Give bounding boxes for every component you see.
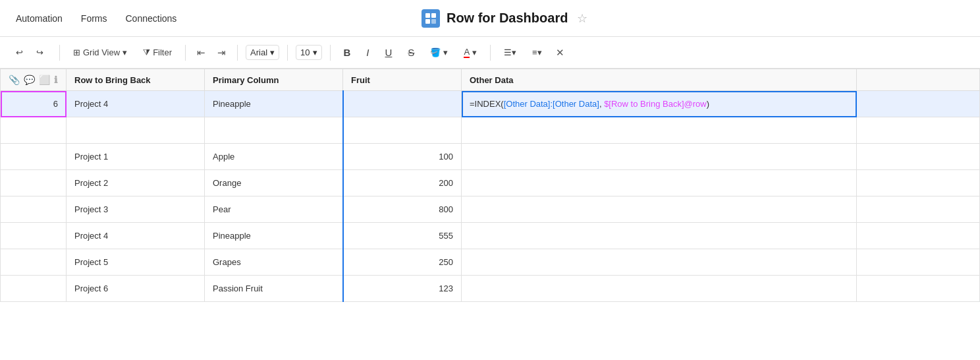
- cell-otherdata-4[interactable]: 200: [343, 170, 462, 196]
- italic-button[interactable]: I: [361, 44, 374, 61]
- table-row: Project 6 Passion Fruit 123: [1, 276, 980, 302]
- cell-fruit-6[interactable]: Pineapple: [205, 223, 343, 249]
- cell-primary-6[interactable]: Project 4: [67, 223, 205, 249]
- nav-forms[interactable]: Forms: [81, 13, 107, 24]
- cell-primary-4[interactable]: Project 2: [67, 170, 205, 196]
- underline-button[interactable]: U: [380, 44, 398, 61]
- wrap-button[interactable]: ≡▾: [527, 45, 547, 60]
- cell-otherdata-7[interactable]: 250: [343, 249, 462, 276]
- formula-suffix: ): [707, 99, 709, 109]
- cell-extra-3: [857, 144, 980, 170]
- cell-otherdata-6[interactable]: 555: [343, 223, 462, 249]
- header-extra: [857, 69, 980, 91]
- info-icon[interactable]: ℹ: [54, 75, 57, 85]
- cell-extra-5: [857, 196, 980, 223]
- undo-redo-group: ↩ ↪: [11, 45, 49, 60]
- cell-fruit-1[interactable]: Pineapple: [205, 91, 343, 117]
- cell-formula-4[interactable]: [462, 170, 857, 196]
- filter-button[interactable]: ⧩ Filter: [138, 45, 177, 61]
- divider-6: [490, 45, 491, 61]
- header-row-to-bring-back[interactable]: Row to Bring Back: [67, 69, 205, 91]
- cell-otherdata-1[interactable]: [343, 91, 462, 117]
- cell-formula-1[interactable]: =INDEX([Other Data]:[Other Data], $[Row …: [462, 91, 857, 117]
- bold-button[interactable]: B: [339, 44, 356, 61]
- nav-connections[interactable]: Connections: [126, 13, 177, 24]
- divider-5: [330, 45, 331, 61]
- svg-rect-0: [425, 13, 430, 18]
- cell-extra-7: [857, 249, 980, 276]
- cell-fruit-8[interactable]: Passion Fruit: [205, 276, 343, 302]
- favorite-star[interactable]: ☆: [577, 11, 587, 26]
- cell-fruit-7[interactable]: Grapes: [205, 249, 343, 276]
- grid-icon: ⊞: [73, 47, 80, 57]
- cell-primary-2[interactable]: [67, 117, 205, 144]
- align-button[interactable]: ☰▾: [499, 45, 522, 60]
- font-size-chevron: ▾: [313, 47, 317, 57]
- font-size-selector[interactable]: 10 ▾: [296, 45, 321, 60]
- cell-fruit-5[interactable]: Pear: [205, 196, 343, 223]
- text-color-chevron: ▾: [472, 47, 477, 57]
- undo-button[interactable]: ↩: [11, 45, 28, 60]
- comment-icon[interactable]: 💬: [24, 75, 35, 85]
- header-primary-column[interactable]: Primary Column: [205, 69, 343, 91]
- grid-view-label: Grid View: [83, 47, 120, 57]
- cell-extra-6: [857, 223, 980, 249]
- cell-primary-1[interactable]: Project 4: [67, 91, 205, 117]
- attach-icon[interactable]: 📎: [9, 75, 20, 85]
- redo-button[interactable]: ↪: [31, 45, 49, 60]
- indent-left-icon[interactable]: ⇤: [194, 44, 209, 61]
- cell-rownum-1[interactable]: 6: [1, 91, 67, 117]
- cell-otherdata-2[interactable]: [343, 117, 462, 144]
- cell-formula-6[interactable]: [462, 223, 857, 249]
- cell-otherdata-8[interactable]: 123: [343, 276, 462, 302]
- page-title: Row for Dashboard: [447, 11, 568, 26]
- cell-primary-8[interactable]: Project 6: [67, 276, 205, 302]
- cell-rownum-5[interactable]: [1, 196, 67, 223]
- cell-formula-7[interactable]: [462, 249, 857, 276]
- strikethrough-button[interactable]: S: [402, 44, 420, 61]
- cell-formula-5[interactable]: [462, 196, 857, 223]
- cell-rownum-8[interactable]: [1, 276, 67, 302]
- cell-extra-8: [857, 276, 980, 302]
- fill-icon: 🪣: [430, 47, 441, 57]
- clear-format-icon[interactable]: ✕: [553, 44, 568, 61]
- fill-chevron: ▾: [443, 47, 448, 57]
- cell-otherdata-3[interactable]: 100: [343, 144, 462, 170]
- nav-automation[interactable]: Automation: [16, 13, 63, 24]
- cell-rownum-7[interactable]: [1, 249, 67, 276]
- cell-primary-3[interactable]: Project 1: [67, 144, 205, 170]
- header-fruit[interactable]: Fruit: [343, 69, 462, 91]
- text-color-button[interactable]: A ▾: [458, 44, 482, 61]
- table-row: Project 4 Pineapple 555: [1, 223, 980, 249]
- grid-view-chevron: ▾: [122, 47, 127, 57]
- grid-container: 📎 💬 ⬜ ℹ Row to Bring Back Primary Column…: [0, 69, 980, 360]
- cell-primary-5[interactable]: Project 3: [67, 196, 205, 223]
- cell-fruit-3[interactable]: Apple: [205, 144, 343, 170]
- spreadsheet-table: 📎 💬 ⬜ ℹ Row to Bring Back Primary Column…: [0, 69, 980, 302]
- cell-otherdata-5[interactable]: 800: [343, 196, 462, 223]
- fill-color-button[interactable]: 🪣 ▾: [425, 45, 453, 60]
- cell-rownum-4[interactable]: [1, 170, 67, 196]
- header-other-data[interactable]: Other Data: [462, 69, 857, 91]
- cell-rownum-3[interactable]: [1, 144, 67, 170]
- cell-rownum-6[interactable]: [1, 223, 67, 249]
- divider-2: [185, 45, 186, 61]
- cell-formula-3[interactable]: [462, 144, 857, 170]
- grid-view-button[interactable]: ⊞ Grid View ▾: [68, 45, 132, 60]
- formula-blue: [Other Data]:[Other Data]: [504, 99, 599, 109]
- divider-1: [59, 45, 60, 61]
- cell-formula-2[interactable]: [462, 117, 857, 144]
- cell-fruit-4[interactable]: Orange: [205, 170, 343, 196]
- svg-rect-1: [431, 13, 436, 18]
- filter-icon: ⧩: [143, 47, 150, 58]
- cell-formula-8[interactable]: [462, 276, 857, 302]
- cell-rownum-2[interactable]: [1, 117, 67, 144]
- indent-right-icon[interactable]: ⇥: [214, 44, 229, 61]
- filter-label: Filter: [153, 47, 172, 57]
- history-icon[interactable]: ⬜: [39, 75, 50, 85]
- font-chevron: ▾: [270, 47, 275, 57]
- cell-fruit-2[interactable]: [205, 117, 343, 144]
- font-selector[interactable]: Arial ▾: [246, 45, 279, 60]
- cell-primary-7[interactable]: Project 5: [67, 249, 205, 276]
- toolbar: ↩ ↪ ⊞ Grid View ▾ ⧩ Filter ⇤ ⇥ Arial ▾ 1…: [0, 37, 980, 69]
